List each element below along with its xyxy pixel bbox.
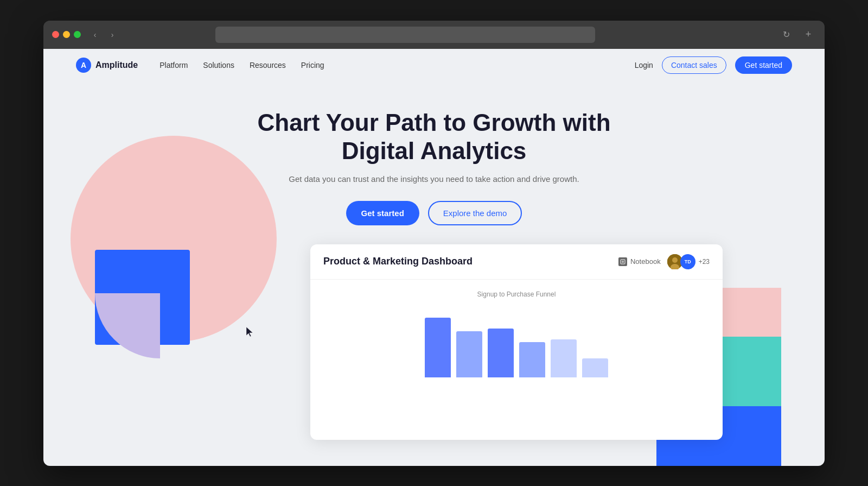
address-bar[interactable] <box>215 27 595 43</box>
svg-rect-0 <box>621 260 625 264</box>
svg-point-4 <box>672 257 678 263</box>
funnel-chart <box>327 307 706 377</box>
traffic-lights <box>52 31 81 38</box>
logo-text: Amplitude <box>95 60 138 70</box>
refresh-button[interactable]: ↻ <box>779 27 794 42</box>
dashboard-card: Product & Marketing Dashboard Notebook <box>310 244 723 440</box>
browser-nav-buttons: ‹ › <box>87 27 120 42</box>
notebook-icon <box>618 257 627 266</box>
avatar-count: +23 <box>699 258 710 266</box>
nav-link-resources[interactable]: Resources <box>250 61 286 70</box>
purple-quarter-circle-decoration <box>95 293 160 358</box>
get-started-nav-button[interactable]: Get started <box>735 56 792 74</box>
logo-icon: A <box>76 58 91 73</box>
forward-button[interactable]: › <box>105 27 120 42</box>
site-navbar: A Amplitude Platform Solutions Resources… <box>43 49 825 81</box>
fullscreen-button[interactable] <box>74 31 81 38</box>
mouse-cursor <box>245 326 256 341</box>
nav-link-platform[interactable]: Platform <box>159 61 188 70</box>
notebook-area[interactable]: Notebook <box>618 257 661 266</box>
hero-subtitle: Get data you can trust and the insights … <box>54 174 814 184</box>
browser-chrome: ‹ › ↻ + <box>43 21 825 49</box>
chart-area: Signup to Purchase Funnel <box>310 280 723 388</box>
notebook-label: Notebook <box>630 257 661 266</box>
browser-content: A Amplitude Platform Solutions Resources… <box>43 49 825 466</box>
nav-right: Login Contact sales Get started <box>635 56 792 74</box>
new-tab-button[interactable]: + <box>801 27 816 42</box>
login-link[interactable]: Login <box>635 61 653 70</box>
avatar-td: TD <box>680 254 695 269</box>
hero-explore-demo-button[interactable]: Explore the demo <box>428 201 522 225</box>
dashboard-actions: Notebook TD +23 <box>618 254 710 269</box>
teal-bar-top-decoration <box>716 337 781 402</box>
hero-section: Chart Your Path to Growth with Digital A… <box>43 81 825 242</box>
minimize-button[interactable] <box>63 31 70 38</box>
dashboard-header: Product & Marketing Dashboard Notebook <box>310 244 723 280</box>
bar-3 <box>488 329 514 377</box>
bar-2 <box>456 331 482 377</box>
bar-4 <box>519 342 545 377</box>
bar-1 <box>425 318 451 377</box>
nav-link-pricing[interactable]: Pricing <box>301 61 324 70</box>
hero-buttons: Get started Explore the demo <box>54 201 814 225</box>
bar-5 <box>551 339 577 377</box>
bar-6 <box>582 358 608 377</box>
chart-title: Signup to Purchase Funnel <box>327 291 706 298</box>
contact-sales-button[interactable]: Contact sales <box>662 56 726 74</box>
hero-title: Chart Your Path to Growth with Digital A… <box>54 109 814 166</box>
back-button[interactable]: ‹ <box>87 27 103 42</box>
avatars-row: TD +23 <box>667 254 710 269</box>
hero-get-started-button[interactable]: Get started <box>346 201 419 225</box>
dashboard-title: Product & Marketing Dashboard <box>323 256 473 267</box>
close-button[interactable] <box>52 31 59 38</box>
browser-window: ‹ › ↻ + A Amplitude Platfor <box>43 21 825 466</box>
nav-links: Platform Solutions Resources Pricing <box>159 61 634 70</box>
blue-square-decoration <box>95 250 190 345</box>
nav-link-solutions[interactable]: Solutions <box>203 61 234 70</box>
logo-area[interactable]: A Amplitude <box>76 58 138 73</box>
